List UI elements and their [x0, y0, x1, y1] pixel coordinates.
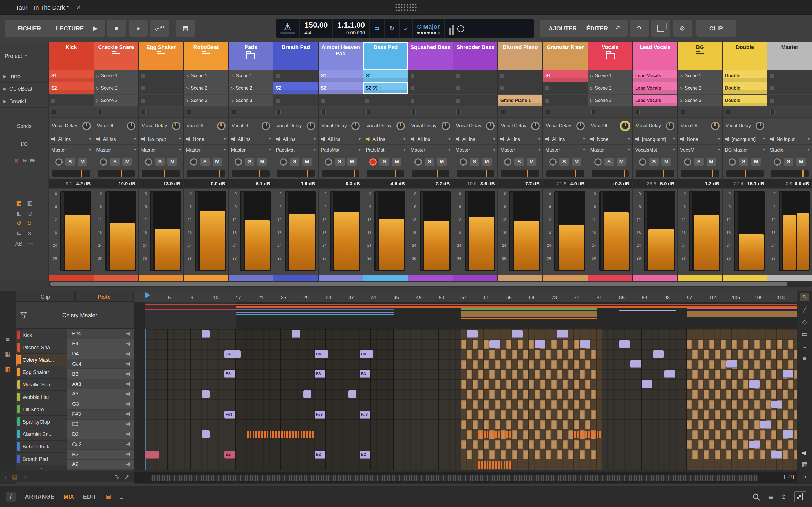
audition-speaker-icon[interactable] [126, 442, 131, 446]
note[interactable] [540, 400, 545, 409]
stop-button[interactable] [636, 110, 640, 114]
note[interactable] [506, 461, 508, 468]
note[interactable] [301, 431, 302, 438]
stop-button[interactable] [187, 110, 191, 114]
time-display[interactable]: 0:00.000 [346, 30, 365, 35]
track-expander-icon[interactable]: ⌄ [16, 465, 67, 471]
note[interactable] [687, 440, 692, 449]
audition-speaker-icon[interactable] [126, 352, 131, 356]
fader-handle[interactable] [395, 170, 396, 177]
snap-grid-icon[interactable]: ▦ [802, 461, 808, 468]
volume-fader[interactable] [229, 168, 273, 179]
clip-slot[interactable]: ▷Scene 1 [678, 70, 722, 82]
fader-handle[interactable] [712, 170, 713, 177]
mixer-hscrollbar[interactable] [49, 281, 812, 287]
mute-button[interactable]: M [707, 158, 716, 166]
mute-button[interactable]: M [437, 158, 447, 166]
note[interactable] [568, 430, 573, 439]
note[interactable] [760, 410, 765, 419]
note[interactable] [777, 380, 782, 389]
record-arm-button[interactable] [504, 158, 511, 165]
knife-tool[interactable]: ◇ [802, 318, 807, 326]
note[interactable] [738, 390, 743, 399]
tab-arrange[interactable]: ARRANGE [25, 494, 54, 500]
project-selector[interactable]: Project ▾ [0, 42, 49, 70]
note[interactable] [588, 431, 590, 438]
note[interactable] [484, 461, 486, 468]
note[interactable] [698, 440, 703, 449]
stop-button[interactable] [366, 110, 371, 114]
note[interactable] [653, 350, 664, 358]
note[interactable] [506, 340, 511, 349]
clip-slot[interactable]: ▷Scene 2 [184, 82, 228, 94]
note[interactable] [585, 360, 591, 369]
stop-button[interactable] [321, 110, 326, 114]
record-arm-button[interactable] [549, 158, 557, 165]
duplicate-button[interactable] [651, 20, 670, 37]
note[interactable] [495, 440, 500, 449]
position-cell[interactable]: 1.1.1.00 0:00.000 [333, 19, 370, 38]
stop-button[interactable] [232, 110, 236, 114]
arrangement-overview[interactable] [134, 302, 797, 330]
track-header[interactable]: Shredder Bass [453, 42, 498, 70]
note[interactable] [698, 360, 703, 369]
stop-button[interactable]: ■ [107, 20, 126, 37]
master-volume-knob[interactable] [457, 25, 464, 32]
note[interactable] [269, 431, 271, 438]
note[interactable] [743, 440, 748, 449]
note[interactable] [749, 450, 754, 459]
clip-slot[interactable]: ▷Scene 2 [229, 82, 273, 94]
fader-handle[interactable] [81, 170, 82, 177]
track-header[interactable]: Almost Heaven Pad [319, 42, 363, 70]
fader-handle[interactable] [745, 170, 746, 177]
note[interactable] [783, 349, 788, 358]
note[interactable] [738, 349, 743, 358]
note[interactable] [506, 400, 511, 409]
note[interactable] [202, 330, 210, 338]
note[interactable] [484, 340, 489, 349]
history-icon[interactable]: ◷ [28, 210, 32, 216]
note[interactable] [749, 410, 754, 419]
close-icon[interactable]: × [77, 3, 81, 11]
clip-slot[interactable]: S2 [49, 82, 93, 94]
note[interactable] [523, 390, 528, 399]
loop-cell[interactable]: ↻ [385, 19, 400, 38]
note[interactable] [490, 370, 495, 379]
note[interactable] [749, 390, 754, 399]
note[interactable] [591, 349, 596, 358]
note[interactable] [506, 420, 511, 429]
solo-button[interactable]: S [514, 158, 524, 166]
stop-button[interactable] [680, 110, 685, 114]
note[interactable] [552, 400, 557, 409]
note[interactable] [563, 340, 568, 349]
note[interactable] [630, 360, 641, 368]
note[interactable] [504, 461, 505, 468]
note[interactable] [704, 410, 709, 419]
note[interactable] [461, 440, 466, 449]
note[interactable] [698, 420, 703, 429]
send-knob[interactable] [396, 121, 405, 130]
input-select[interactable]: No input▾ [139, 134, 183, 145]
note[interactable] [777, 440, 782, 449]
note[interactable] [518, 360, 523, 369]
note[interactable] [306, 431, 308, 438]
input-select[interactable]: All ins▾ [453, 134, 498, 145]
note[interactable] [267, 431, 268, 438]
note[interactable] [771, 410, 776, 419]
note[interactable] [693, 410, 698, 419]
note[interactable] [726, 410, 731, 419]
note[interactable] [478, 450, 483, 459]
clip-slot[interactable] [363, 95, 408, 107]
pitch-row[interactable]: E4 [67, 339, 134, 349]
note[interactable] [693, 370, 698, 379]
note[interactable] [563, 420, 568, 429]
note[interactable] [738, 410, 743, 419]
clip-slot[interactable] [453, 95, 498, 107]
clip-slot[interactable]: S2 [273, 82, 318, 94]
record-arm-button[interactable] [414, 158, 422, 165]
note[interactable] [715, 430, 720, 439]
record-arm-button[interactable] [594, 158, 601, 165]
note[interactable] [749, 430, 754, 439]
tab-clip[interactable]: Clip [16, 291, 75, 302]
note[interactable] [738, 450, 743, 459]
